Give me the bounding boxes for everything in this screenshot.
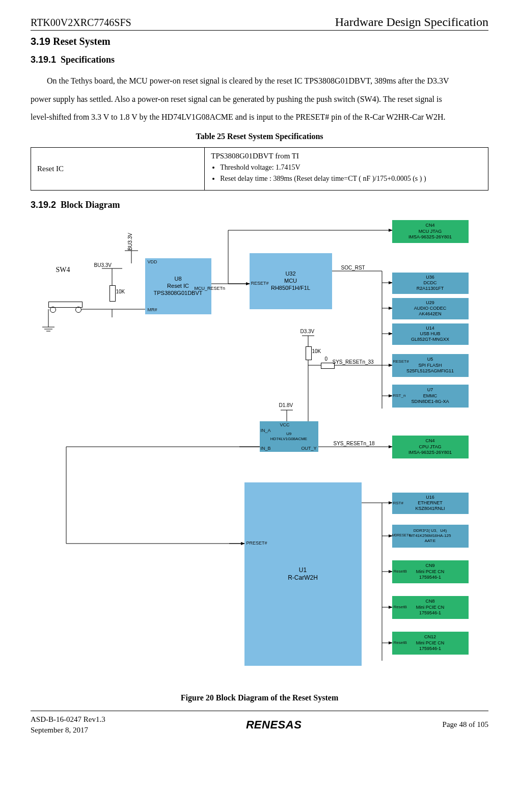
- d1v8-label: D1.8V: [279, 402, 293, 408]
- cn8-pin-resetb: ResetB: [394, 605, 407, 609]
- doc-title: Hardware Design Specification: [335, 15, 488, 29]
- paragraph-line-3: level-shifted from 3.3 V to 1.8 V by the…: [31, 109, 488, 126]
- r-10k-value: 10K: [116, 289, 125, 294]
- r-0-value: 0: [325, 356, 328, 362]
- u5-pin-reset: RESET#: [393, 359, 408, 364]
- paragraph-line-2: power supply has settled. Also a power-o…: [31, 91, 488, 108]
- u9-pin-outy: OUT_Y: [302, 446, 317, 451]
- footer-page-number: Page 48 of 105: [443, 720, 488, 729]
- u1-pin-preset: PRESET#: [247, 540, 267, 546]
- u9-pin-ina: IN_A: [261, 428, 271, 433]
- renesas-logo: RRENESASENESAS: [246, 718, 302, 732]
- u32-pin-reset: RESET#: [251, 281, 269, 286]
- page-header: RTK00V2XRC7746SFS Hardware Design Specif…: [31, 15, 488, 31]
- cn9-pin-resetb: ResetB: [394, 569, 407, 574]
- u14-usb-hub: U14 USB HUB GL852GT-MNGXX: [392, 323, 469, 345]
- ddr-pin-m0reset: M0RESET#: [392, 533, 411, 537]
- page-footer: ASD-B-16-0247 Rev1.3 September 8, 2017 R…: [31, 711, 488, 736]
- spec-bullet-2: Reset delay time : 389ms (Reset delay ti…: [220, 175, 482, 183]
- cn4-mcu-jtag: CN4 MCU JTAG IMSA-9632S-26Y801: [392, 220, 469, 243]
- u9-pin-vcc: VCC: [280, 422, 290, 427]
- sw4-pin-left: [50, 307, 56, 313]
- table-25: Reset IC TPS3808G01DBVT from TI Threshol…: [31, 147, 488, 191]
- bu3v3-vertical: BU3.3V: [127, 233, 133, 250]
- block-diagram-reset-system: SW4 BU3.3V 10K BU3.3V U8 Reset IC TPS380…: [36, 218, 484, 686]
- figure-20-caption: Figure 20 Block Diagram of the Reset Sys…: [31, 693, 488, 702]
- r-10k-pullup: [110, 285, 116, 302]
- net-mcu-resetn: MCU_RESETn: [195, 286, 226, 291]
- cn4-cpu-jtag: CN4 CPU JTAG IMSA-9632S-26Y801: [392, 436, 469, 458]
- spec-bullet-1: Threshold voltage: 1.7415V: [220, 164, 482, 172]
- footer-date: September 8, 2017: [31, 725, 105, 736]
- doc-code: RTK00V2XRC7746SFS: [31, 17, 131, 29]
- footer-doc-rev: ASD-B-16-0247 Rev1.3: [31, 714, 105, 725]
- u16-pin-rst: RST#: [393, 501, 403, 505]
- u16-ethernet: U16 ETHERNET KSZ8041RNLI: [392, 493, 469, 514]
- d3v3-label: D3.3V: [301, 329, 315, 334]
- u36-dcdc: U36 DCDC R2A11301FT: [392, 273, 469, 294]
- paragraph-line-1: On the Tethys board, the MCU power-on re…: [31, 72, 488, 90]
- u1-r-car-w2h: U1 R-CarW2H: [244, 482, 362, 666]
- spec-col-value: TPS3808G01DBVT from TI Threshold voltage…: [205, 147, 488, 190]
- u29-audio-codec: U29 AUDIO CODEC AK4642EN: [392, 298, 469, 319]
- net-sys-resetn-33: SYS_RESETn_33: [333, 359, 374, 365]
- bu3v3-label: BU3.3V: [94, 262, 112, 268]
- section-heading-3-19: 3.19 Reset System: [31, 36, 488, 47]
- sw4-pin-right: [75, 307, 81, 313]
- table-25-caption: Table 25 Reset System Specifications: [31, 132, 488, 141]
- net-sys-resetn-18: SYS_RESETn_18: [334, 441, 375, 446]
- section-heading-3-19-1: 3.19.1 Specifications: [31, 55, 488, 65]
- u9-pin-inb: IN_B: [261, 446, 271, 451]
- u5-spi-flash: U5 SPI FLASH S25FL512SAGMFIG11: [392, 354, 469, 377]
- net-soc-rst: SOC_RST: [341, 265, 365, 270]
- u8-pin-vdd: VDD: [148, 259, 157, 264]
- spec-col-label: Reset IC: [31, 147, 205, 190]
- u8-pin-mr: MR#: [148, 307, 157, 312]
- u7-pin-rstn: RST_n: [393, 393, 406, 398]
- sw4-label: SW4: [56, 266, 70, 274]
- r-10k-b: [306, 346, 312, 360]
- section-heading-3-19-2: 3.19.2 Block Diagram: [31, 200, 488, 210]
- r-10k-b-value: 10K: [312, 348, 321, 354]
- cn12-pin-resetb: ResetB: [394, 640, 407, 645]
